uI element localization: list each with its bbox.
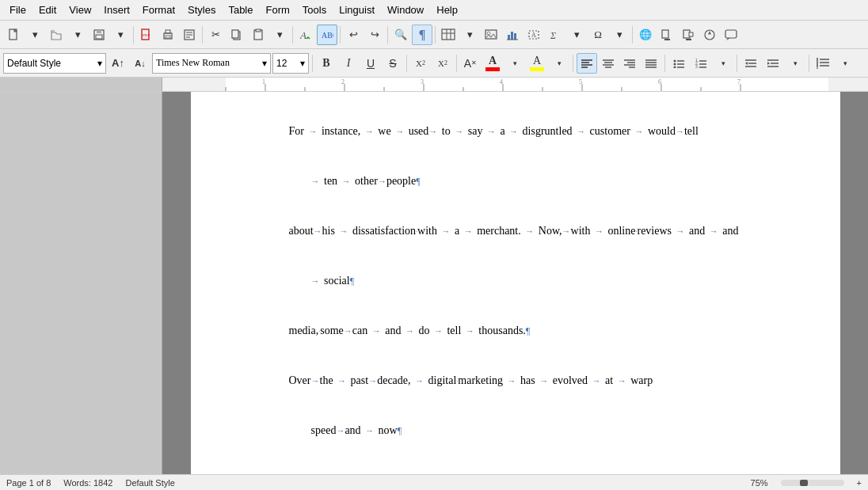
svg-text:3: 3 — [421, 78, 424, 85]
menu-form[interactable]: Form — [259, 2, 295, 17]
svg-text:PDF: PDF — [143, 33, 150, 37]
special-dropdown[interactable]: ▾ — [609, 25, 630, 45]
special-chars-button[interactable]: Ω — [588, 25, 608, 45]
font-color-button[interactable]: A — [482, 52, 503, 74]
paste-button[interactable] — [248, 25, 268, 45]
paragraph-spacing-button[interactable] — [813, 53, 833, 74]
paste-dropdown[interactable]: ▾ — [269, 25, 290, 45]
align-right-button[interactable] — [619, 53, 640, 74]
menu-bar: File Edit View Insert Format Styles Tabl… — [0, 0, 868, 21]
insert-textbox-button[interactable]: A — [523, 25, 544, 45]
svg-text:A: A — [299, 29, 306, 41]
menu-tools[interactable]: Tools — [296, 2, 333, 17]
menu-insert[interactable]: Insert — [97, 2, 136, 17]
svg-marker-38 — [708, 31, 711, 35]
menu-edit[interactable]: Edit — [32, 2, 63, 17]
decrease-font-button[interactable]: A↓ — [130, 53, 150, 74]
superscript-button[interactable]: X2 — [410, 53, 431, 74]
menu-table[interactable]: Table — [222, 2, 259, 17]
italic-button[interactable]: I — [338, 53, 359, 74]
menu-file[interactable]: File — [3, 2, 32, 17]
document-page[interactable]: For → instance, → we → used→ to → say → … — [191, 92, 840, 474]
paragraph-2: about→his → dissatisfaction·with → a → m… — [254, 207, 793, 256]
svg-text:5: 5 — [579, 78, 582, 85]
menu-window[interactable]: Window — [381, 2, 430, 17]
zoom-slider[interactable] — [781, 480, 844, 486]
zoom-in-button[interactable]: + — [857, 478, 862, 488]
subscript-button[interactable]: X2 — [432, 53, 453, 74]
menu-view[interactable]: View — [63, 2, 97, 17]
footnote-button[interactable] — [657, 25, 677, 45]
new-button[interactable] — [3, 25, 24, 45]
underline-button[interactable]: U — [360, 53, 381, 74]
insert-table-dropdown[interactable]: ▾ — [459, 25, 480, 45]
strikethrough-button[interactable]: S — [383, 53, 403, 74]
font-family-dropdown[interactable]: Times New Roman ▾ — [152, 53, 271, 74]
highlight-dropdown[interactable]: ▾ — [549, 53, 569, 74]
svg-point-57 — [674, 59, 676, 62]
menu-help[interactable]: Help — [430, 2, 464, 17]
navigator-button[interactable] — [699, 25, 720, 45]
pdf-button[interactable]: PDF — [136, 25, 157, 45]
toolbar-sep-2 — [202, 26, 203, 44]
paragraph-1b: → ten → other→people¶ — [254, 158, 793, 206]
save-button[interactable] — [89, 25, 109, 45]
decrease-indent-button[interactable] — [740, 53, 761, 74]
formula-dropdown[interactable]: ▾ — [566, 25, 587, 45]
svg-text:3.: 3. — [695, 64, 699, 68]
indent-dropdown[interactable]: ▾ — [785, 53, 805, 74]
main-area: For → instance, → we → used→ to → say → … — [0, 92, 868, 474]
font-color-swatch — [485, 67, 500, 71]
new-dropdown[interactable]: ▾ — [25, 25, 45, 45]
unordered-list-button[interactable] — [668, 53, 689, 74]
endnote-button[interactable] — [678, 25, 699, 45]
svg-text:1: 1 — [262, 78, 265, 85]
undo-button[interactable]: ↩ — [343, 25, 364, 45]
clear-formatting-button[interactable]: A✕ — [460, 53, 481, 74]
fmt-sep-7 — [809, 55, 809, 72]
print-button[interactable] — [158, 25, 178, 45]
hyperlink-button[interactable]: 🌐 — [635, 25, 656, 45]
increase-indent-button[interactable] — [763, 53, 783, 74]
increase-font-button[interactable]: A↑ — [108, 53, 128, 74]
menu-linguist[interactable]: Linguist — [333, 2, 381, 17]
cut-button[interactable]: ✂ — [205, 25, 226, 45]
find-button[interactable]: 🔍 — [390, 25, 411, 45]
svg-rect-26 — [511, 32, 513, 40]
svg-rect-25 — [508, 35, 510, 40]
insert-image-button[interactable] — [481, 25, 501, 45]
save-dropdown[interactable]: ▾ — [110, 25, 131, 45]
paragraph-style-dropdown[interactable]: Default Style ▾ — [3, 53, 106, 74]
align-left-button[interactable] — [577, 53, 597, 74]
list-dropdown[interactable]: ▾ — [713, 53, 733, 74]
align-center-button[interactable] — [598, 53, 619, 74]
font-size-dropdown[interactable]: 12 ▾ — [272, 53, 309, 74]
preview-button[interactable] — [179, 25, 200, 45]
redo-button[interactable]: ↪ — [364, 25, 385, 45]
fmt-sep-4 — [573, 55, 573, 72]
autocorrect-button[interactable]: ABC — [317, 25, 337, 45]
open-dropdown[interactable]: ▾ — [67, 25, 88, 45]
insert-formula-button[interactable]: Σ — [545, 25, 565, 45]
font-color-dropdown[interactable]: ▾ — [504, 53, 525, 74]
formatting-marks-button[interactable]: ¶ — [412, 25, 432, 45]
svg-text:Σ: Σ — [550, 30, 556, 41]
spacing-dropdown[interactable]: ▾ — [835, 53, 855, 74]
svg-rect-8 — [166, 36, 170, 38]
copy-button[interactable] — [227, 25, 247, 45]
spellcheck-button[interactable]: A — [295, 25, 316, 45]
menu-styles[interactable]: Styles — [181, 2, 222, 17]
fmt-sep-2 — [406, 55, 407, 72]
justify-button[interactable] — [641, 53, 661, 74]
insert-table-button[interactable] — [438, 25, 459, 45]
bold-button[interactable]: B — [316, 53, 337, 74]
insert-chart-button[interactable] — [502, 25, 523, 45]
menu-format[interactable]: Format — [136, 2, 181, 17]
toolbar-1: ▾ ▾ ▾ PDF ✂ ▾ A ABC ↩ ↪ 🔍 ¶ — [0, 21, 868, 49]
alignment-buttons — [577, 53, 661, 74]
comment-button[interactable] — [721, 25, 741, 45]
open-button[interactable] — [46, 25, 67, 45]
ordered-list-button[interactable]: 1.2.3. — [691, 53, 711, 74]
highlight-button[interactable]: A — [527, 52, 547, 74]
paragraph-5: accounts → for → half→ or → more→of → ·a… — [254, 456, 793, 474]
